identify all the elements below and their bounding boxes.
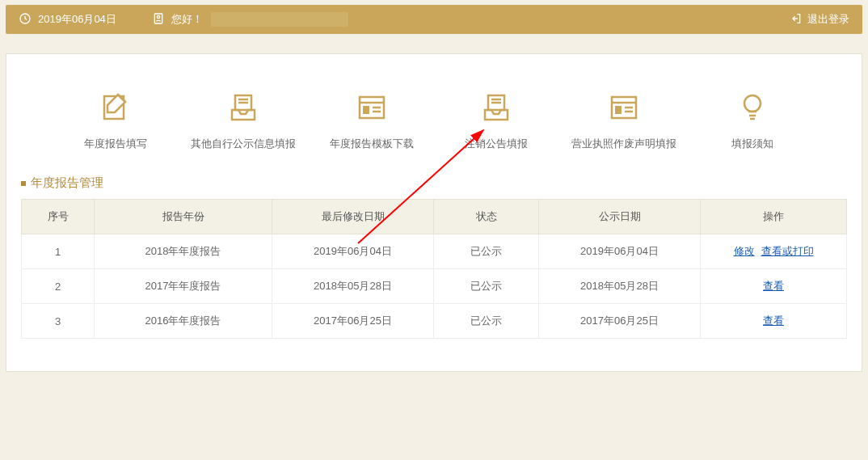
svg-point-2 — [157, 15, 159, 18]
table-row: 32016年年度报告2017年06月25日已公示2017年06月25日查看 — [22, 304, 847, 339]
cell-actions: 修改查看或打印 — [701, 234, 847, 269]
tray-notice-icon — [480, 91, 512, 124]
th-publish-date: 公示日期 — [539, 200, 701, 234]
table-header-row: 序号 报告年份 最后修改日期 状态 公示日期 操作 — [22, 200, 847, 234]
user-icon — [152, 12, 165, 27]
cell-last_modified: 2018年05月28日 — [272, 269, 434, 304]
th-status: 状态 — [434, 200, 539, 234]
logout-button[interactable]: 退出登录 — [790, 12, 849, 27]
edit-document-icon — [99, 91, 132, 124]
greeting: 您好！ — [171, 12, 203, 27]
action-link[interactable]: 修改 — [734, 245, 755, 257]
menu-label: 年度报告填写 — [84, 137, 147, 151]
cell-seq: 3 — [22, 304, 95, 339]
th-year: 报告年份 — [95, 200, 272, 234]
menu-row: 年度报告填写 其他自行公示信息填报 年度报告模板下载 注销公告填报 营业执照作废 — [21, 77, 847, 171]
header-date: 2019年06月04日 — [38, 12, 116, 27]
cell-year: 2018年年度报告 — [95, 234, 272, 269]
cell-last_modified: 2019年06月04日 — [272, 234, 434, 269]
menu-item-deregistration-notice[interactable]: 注销公告填报 — [448, 91, 545, 151]
cell-publish_date: 2018年05月28日 — [539, 269, 701, 304]
cell-status: 已公示 — [434, 234, 539, 269]
main-panel: 年度报告填写 其他自行公示信息填报 年度报告模板下载 注销公告填报 营业执照作废 — [6, 53, 862, 372]
th-seq: 序号 — [22, 200, 95, 234]
cell-actions: 查看 — [701, 304, 847, 339]
menu-label: 其他自行公示信息填报 — [191, 137, 296, 151]
action-link[interactable]: 查看 — [763, 314, 784, 327]
cell-seq: 2 — [22, 269, 95, 304]
action-link[interactable]: 查看或打印 — [761, 245, 814, 257]
menu-item-annual-report-fill[interactable]: 年度报告填写 — [67, 91, 164, 151]
menu-label: 填报须知 — [731, 137, 773, 151]
th-last-modified: 最后修改日期 — [272, 200, 434, 234]
clock-icon — [19, 12, 32, 27]
cell-year: 2016年年度报告 — [95, 304, 272, 339]
logout-icon — [790, 12, 803, 27]
th-actions: 操作 — [701, 200, 847, 234]
menu-label: 营业执照作废声明填报 — [571, 137, 676, 151]
menu-label: 年度报告模板下载 — [330, 137, 414, 151]
menu-item-instructions[interactable]: 填报须知 — [704, 91, 801, 151]
cell-seq: 1 — [22, 234, 95, 269]
menu-label: 注销公告填报 — [465, 137, 528, 151]
top-bar: 2019年06月04日 您好！ 退出登录 — [6, 5, 862, 34]
tray-document-icon — [227, 91, 259, 124]
cell-status: 已公示 — [434, 304, 539, 339]
cell-last_modified: 2017年06月25日 — [272, 304, 434, 339]
license-window-icon — [608, 91, 640, 124]
username-redacted — [211, 12, 348, 27]
table-row: 22017年年度报告2018年05月28日已公示2018年05月28日查看 — [22, 269, 847, 304]
menu-item-other-disclosure[interactable]: 其他自行公示信息填报 — [191, 91, 296, 151]
action-link[interactable]: 查看 — [763, 280, 784, 292]
section-title: 年度报告管理 — [21, 171, 847, 199]
cell-actions: 查看 — [701, 269, 847, 304]
cell-publish_date: 2019年06月04日 — [539, 234, 701, 269]
cell-publish_date: 2017年06月25日 — [539, 304, 701, 339]
menu-item-license-void[interactable]: 营业执照作废声明填报 — [571, 91, 676, 151]
svg-rect-6 — [363, 106, 369, 114]
svg-rect-9 — [615, 106, 622, 114]
lightbulb-icon — [736, 91, 769, 124]
template-window-icon — [356, 91, 388, 124]
table-row: 12018年年度报告2019年06月04日已公示2019年06月04日修改查看或… — [22, 234, 847, 269]
annual-report-table: 序号 报告年份 最后修改日期 状态 公示日期 操作 12018年年度报告2019… — [21, 199, 847, 339]
menu-item-template-download[interactable]: 年度报告模板下载 — [323, 91, 420, 151]
cell-year: 2017年年度报告 — [95, 269, 272, 304]
logout-label: 退出登录 — [807, 12, 849, 27]
svg-point-10 — [744, 95, 761, 112]
cell-status: 已公示 — [434, 269, 539, 304]
top-left: 2019年06月04日 您好！ — [19, 12, 348, 27]
